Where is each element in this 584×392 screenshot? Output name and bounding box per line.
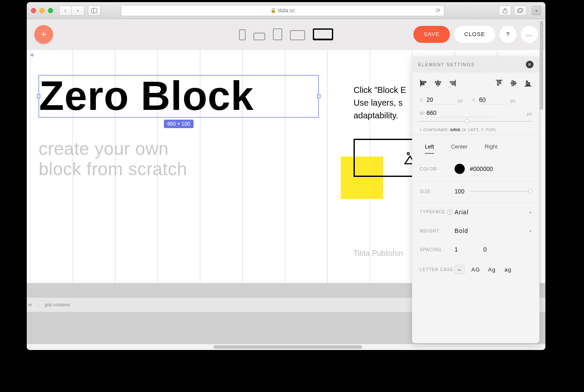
align-left-icon[interactable] [420,79,427,87]
panel-title: ELEMENT SETTINGS [418,62,475,67]
device-tablet-land-icon[interactable] [290,30,305,40]
add-element-button[interactable]: + [34,25,53,44]
lettercase-title[interactable]: Ag [487,265,497,274]
scrollbar-thumb[interactable] [213,345,362,349]
size-slider[interactable] [469,191,532,192]
resize-handle-left[interactable] [37,95,40,98]
typeface-label: TYPEFACE? [420,209,455,215]
svg-rect-14 [452,84,455,85]
selected-text-element[interactable]: Zero Block 660 × 100 [39,75,319,118]
lettercase-none[interactable]: – [455,265,465,274]
x-label: X [420,98,427,103]
app-toolbar: + SAVE CLOSE ? ... [27,19,545,50]
sidebar-toggle-icon[interactable] [88,6,101,16]
zoom-window-icon[interactable] [48,8,53,13]
size-value[interactable]: 100 [455,188,464,195]
y-input[interactable]: 60 [479,96,509,104]
vertical-scrollbar[interactable] [539,20,545,349]
window-controls [31,8,53,13]
svg-rect-23 [528,83,530,85]
width-slider[interactable] [420,121,532,122]
device-tablet-icon[interactable] [273,28,282,40]
selection-size-badge: 660 × 100 [164,120,194,128]
container-note: + CONTAINER: GRID (X: LEFT, Y: TOP) [420,128,532,132]
device-phone-land-icon[interactable] [253,33,265,40]
chevron-down-icon: ▾ [529,229,532,233]
weight-select[interactable]: Bold ▾ [455,227,532,234]
svg-rect-8 [421,84,424,85]
color-label: COLOR [420,167,455,171]
chevron-down-icon: ▾ [529,210,532,215]
close-button[interactable]: CLOSE [454,26,495,43]
horizontal-scrollbar[interactable] [27,344,545,350]
text-align-tabs: Left Center Right [412,135,539,158]
w-input[interactable]: 660 [427,109,494,118]
browser-window: ‹ › 🔒 tilda.cc ⟳ + + [27,2,545,350]
headline-text[interactable]: Zero Block [39,76,318,116]
color-swatch[interactable] [455,164,465,174]
device-preview-switcher [239,28,333,40]
align-top-icon[interactable] [495,79,503,87]
element-settings-panel: ELEMENT SETTINGS ✕ X 20 px [412,56,539,343]
align-bottom-icon[interactable] [524,79,532,87]
address-bar[interactable]: 🔒 tilda.cc ⟳ [121,5,444,16]
svg-rect-4 [519,8,523,11]
footer-text[interactable]: Tilda Publishin [354,249,403,258]
svg-rect-3 [518,9,522,12]
svg-rect-13 [450,81,455,83]
svg-rect-22 [526,81,528,85]
browser-chrome: ‹ › 🔒 tilda.cc ⟳ + [27,2,545,19]
device-desktop-icon[interactable] [313,28,333,40]
save-button[interactable]: SAVE [413,26,450,43]
device-phone-icon[interactable] [239,29,246,40]
share-icon[interactable] [499,6,511,16]
spacing-label: SPACING [420,247,455,252]
ruler-add-icon[interactable]: + [30,51,34,59]
resize-handle-right[interactable] [317,95,320,98]
svg-rect-7 [421,81,426,83]
breadcrumb-item[interactable]: grid container [38,302,70,307]
tabs-icon[interactable] [514,6,527,16]
x-input[interactable]: 20 [427,96,456,104]
lettercase-lower[interactable]: ag [503,265,513,274]
more-button[interactable]: ... [521,26,538,43]
panel-header: ELEMENT SETTINGS ✕ [412,56,539,73]
panel-close-button[interactable]: ✕ [526,61,533,68]
new-tab-button[interactable]: + [532,6,541,15]
align-right-icon[interactable] [449,79,456,87]
lettercase-label: LETTER CASE [420,267,455,272]
lock-icon: 🔒 [270,8,276,13]
line-spacing-input[interactable]: 0 [483,246,487,253]
slider-knob[interactable] [465,119,469,123]
help-button[interactable]: ? [500,26,517,43]
typeface-select[interactable]: Arial ▾ [455,209,532,216]
scrollbar-thumb[interactable] [540,21,543,110]
breadcrumb-item[interactable]: er [28,302,32,307]
tab-align-left[interactable]: Left [425,143,434,154]
weight-label: WEIGHT [420,229,455,233]
svg-rect-17 [500,81,501,84]
help-icon[interactable]: ? [447,209,453,215]
align-center-v-icon[interactable] [510,79,517,87]
back-button[interactable]: ‹ [59,6,72,16]
svg-point-5 [407,153,410,155]
svg-rect-16 [497,81,499,85]
y-label: Y [472,98,479,103]
letter-spacing-input[interactable]: 1 [455,246,458,253]
subheadline-text[interactable]: create your own block from scratch [39,139,187,180]
w-label: W [420,111,427,116]
url-text: tilda.cc [278,7,295,14]
color-value[interactable]: #000000 [470,165,493,172]
size-label: SIZE [420,189,455,194]
close-window-icon[interactable] [31,8,36,13]
slider-knob[interactable] [528,189,533,193]
lettercase-upper[interactable]: AG [471,265,481,274]
reload-icon[interactable]: ⟳ [436,7,441,14]
align-center-h-icon[interactable] [434,79,442,87]
minimize-window-icon[interactable] [39,8,45,13]
tab-align-center[interactable]: Center [451,143,468,154]
svg-rect-0 [92,8,97,13]
forward-button[interactable]: › [72,6,84,16]
tab-align-right[interactable]: Right [485,143,497,154]
